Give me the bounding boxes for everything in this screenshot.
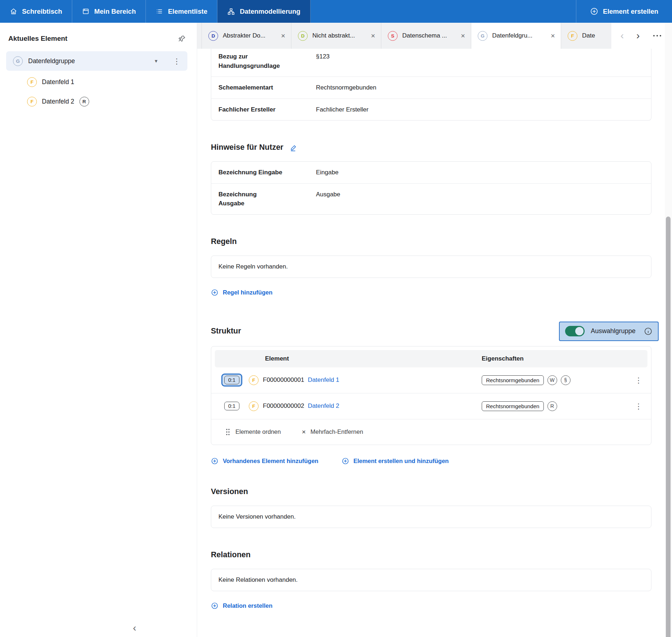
tabs-overflow-menu-icon[interactable] [653,35,661,36]
sidebar-item-datenfeld-2[interactable]: F Datenfeld 2 R [0,93,197,110]
nav-item-schreibtisch[interactable]: Schreibtisch [0,0,72,23]
sidebar-title: Aktuelles Element [8,35,68,43]
schemaelementart-badge: Rechtsnormgebunden [482,401,544,411]
plus-circle-icon [211,289,218,296]
tab-label: Date [582,32,595,39]
toggle-switch-on[interactable] [565,326,585,336]
tab-label: Nicht abstrakt... [312,32,355,39]
kv-value: Fachlicher Ersteller [316,105,369,114]
empty-state-text: Keine Relationen vorhanden. [218,576,298,583]
tab-close-icon[interactable]: × [371,32,375,39]
section-title: Hinweise für Nutzer [211,143,283,152]
regeln-empty-card: Keine Regeln vorhanden. [211,256,651,278]
edit-pencil-icon[interactable] [290,144,298,152]
kv-label: Bezeichnung Ausgabe [218,190,316,208]
tab-datenschema[interactable]: S Datenschema ... × [381,23,471,49]
group-letter-icon: G [478,31,487,41]
kv-row: Bezeichnung Ausgabe Ausgabe [211,183,651,214]
nav-item-mein-bereich[interactable]: Mein Bereich [72,0,146,23]
element-erstellen-und-hinzufuegen-button[interactable]: Element erstellen und hinzufügen [342,457,449,465]
column-header-eigenschaften: Eigenschaften [482,355,524,362]
vertical-scrollbar[interactable] [665,23,672,637]
auswahlgruppe-toggle[interactable]: Auswahlgruppe [559,322,659,341]
nav-item-label: Schreibtisch [22,8,62,16]
chevron-down-icon[interactable]: ▾ [155,58,157,64]
regel-hinzufuegen-button[interactable]: Regel hinzufügen [211,289,273,296]
element-id: F00000000001 [263,376,304,384]
tab-scroll-controls: ‹ › [611,23,672,49]
flag-paragraph-icon: § [561,375,571,385]
plus-circle-icon [211,457,218,465]
sidebar-selected-element[interactable]: G Datenfeldgruppe ▾ ⋮ [6,51,187,71]
kebab-menu-icon[interactable]: ⋮ [173,57,181,65]
tab-label: Abstrakter Do... [223,32,265,39]
tab-abstrakter-do[interactable]: D Abstrakter Do... × [201,23,291,49]
hinweise-card: Bezeichnung Eingabe Eingabe Bezeichnung … [211,161,651,215]
kv-label: Fachlicher Ersteller [218,105,316,114]
tab-bar: D Abstrakter Do... × D Nicht abstrakt...… [197,23,672,49]
nav-item-label: Datenmodellierung [240,8,300,16]
info-icon[interactable] [644,327,653,336]
section-title: Struktur [211,327,241,336]
table-header-row: Element Eigenschaften [215,350,647,367]
pin-icon[interactable] [178,34,186,43]
document-letter-icon: D [298,31,308,41]
element-id: F00000000002 [263,402,304,410]
element-name-link[interactable]: Datenfeld 1 [308,376,339,384]
tab-close-icon[interactable]: × [461,32,465,39]
tab-datenfeldgruppe-active[interactable]: G Datenfeldgru... × [471,23,561,49]
action-label: Mehrfach-Entfernen [311,428,363,435]
nav-item-elementliste[interactable]: Elementliste [146,0,217,23]
field-letter-icon: F [27,97,37,106]
relationen-empty-card: Keine Relationen vorhanden. [211,569,651,591]
tab-datenfeld-truncated[interactable]: F Date [561,23,611,49]
schemaelementart-badge: Rechtsnormgebunden [482,375,544,385]
tabs-next-icon[interactable]: › [630,28,646,44]
kv-label: Schemaelementart [218,83,316,92]
elemente-ordnen-button[interactable]: Elemente ordnen [225,428,281,436]
element-name-link[interactable]: Datenfeld 2 [308,402,339,410]
tab-close-icon[interactable]: × [551,32,555,39]
cardinality-chip[interactable]: 0:1 [224,402,239,410]
relation-erstellen-button[interactable]: Relation erstellen [211,602,273,610]
row-kebab-menu-icon[interactable]: ⋮ [635,376,642,384]
scrollbar-thumb[interactable] [666,217,671,637]
kv-row: Bezug zur Handlungsgrundlage §123 [211,49,651,77]
table-footer-actions: Elemente ordnen × Mehrfach-Entfernen [211,419,651,445]
link-label: Vorhandenes Element hinzufügen [223,458,318,464]
drag-handle-icon [225,428,231,436]
section-heading-relationen: Relationen [211,550,651,559]
kv-label: Bezeichnung Eingabe [218,168,316,177]
struktur-table-card: Element Eigenschaften 0:1 F F00000000001… [211,346,651,445]
empty-state-text: Keine Regeln vorhanden. [218,263,288,270]
tab-nicht-abstrakt[interactable]: D Nicht abstrakt... × [291,23,381,49]
mehrfach-entfernen-button[interactable]: × Mehrfach-Entfernen [302,428,363,436]
cardinality-chip-selected[interactable]: 0:1 [221,374,242,387]
plus-circle-icon [342,457,349,465]
flag-r-icon: R [547,401,557,411]
kv-value: Ausgabe [316,190,340,208]
action-label: Elemente ordnen [235,428,281,435]
tabs-prev-icon[interactable]: ‹ [614,28,630,44]
field-letter-icon: F [568,31,577,41]
sidebar-item-datenfeld-1[interactable]: F Datenfeld 1 [0,74,197,90]
reference-badge: R [79,97,89,106]
kv-value: Rechtsnormgebunden [316,83,376,92]
table-row[interactable]: 0:1 F F00000000002 Datenfeld 2 Rechtsnor… [211,393,651,419]
sidebar-item-label: Datenfeld 2 [42,98,74,105]
main-area: D Abstrakter Do... × D Nicht abstrakt...… [197,23,672,637]
sidebar-item-label: Datenfeld 1 [42,78,74,86]
element-erstellen-button[interactable]: Element erstellen [576,0,672,23]
selected-element-label: Datenfeldgruppe [28,57,75,65]
nav-item-datenmodellierung[interactable]: Datenmodellierung [217,0,311,23]
row-kebab-menu-icon[interactable]: ⋮ [635,402,642,410]
nav-spacer [311,0,576,23]
section-title: Relationen [211,550,251,559]
table-row[interactable]: 0:1 F F00000000001 Datenfeld 1 Rechtsnor… [211,367,651,393]
vorhandenes-element-hinzufuegen-button[interactable]: Vorhandenes Element hinzufügen [211,457,318,465]
sidebar-collapse-button[interactable]: ‹ [131,622,138,634]
tab-close-icon[interactable]: × [281,32,285,39]
section-heading-versionen: Versionen [211,487,651,496]
eigenschaften-cell: Rechtsnormgebunden R [482,401,557,411]
sidebar: Aktuelles Element G Datenfeldgruppe ▾ ⋮ … [0,23,197,637]
